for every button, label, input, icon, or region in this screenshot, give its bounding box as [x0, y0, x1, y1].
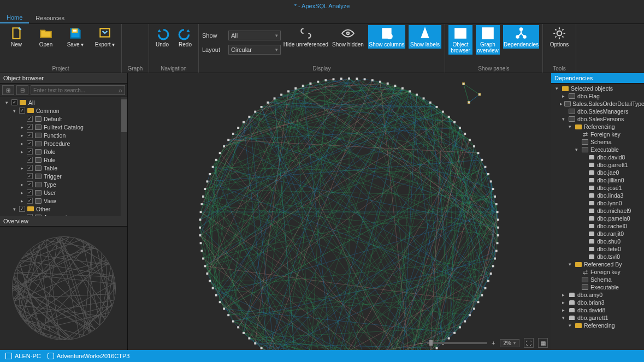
collapse-all-button[interactable]: ⊟ [16, 85, 28, 95]
tree-item[interactable]: ▾Executable [551, 146, 644, 153]
tree-twisty[interactable]: ▾ [3, 100, 10, 105]
tree-item[interactable]: ⇄Foreign key [551, 130, 644, 138]
tree-item[interactable]: ▸Function [0, 131, 127, 139]
tree-item[interactable]: dbo.ranjit0 [551, 230, 644, 238]
tree-twisty[interactable]: ▾ [11, 206, 17, 212]
tree-twisty[interactable]: ▾ [11, 108, 17, 114]
tree-twisty[interactable]: ▾ [553, 86, 560, 91]
tree-item[interactable]: ▸dbo.david8 [551, 306, 644, 314]
tree-twisty[interactable]: ▸ [560, 93, 566, 99]
tree-item[interactable]: Schema [551, 138, 644, 146]
tree-item[interactable]: dbo.SalesManagers [551, 108, 644, 115]
dependencies-button[interactable]: Dependencies [503, 25, 539, 49]
tree-item[interactable]: dbo.josé1 [551, 184, 644, 192]
tree-twisty[interactable]: ▸ [19, 149, 25, 155]
tree-item[interactable]: ▸Type [0, 180, 127, 188]
tree-item[interactable]: ▾Selected objects [551, 85, 644, 92]
tree-twisty[interactable]: ▸ [19, 141, 25, 146]
tree-item[interactable]: Default [0, 115, 127, 123]
export-button[interactable]: Export ▾ [92, 25, 118, 49]
scrollbar[interactable] [121, 97, 127, 216]
checkbox[interactable] [27, 157, 33, 163]
tree-twisty[interactable]: ▸ [19, 133, 25, 138]
tree-twisty[interactable]: ▾ [560, 116, 566, 122]
tree-twisty[interactable]: ▸ [560, 307, 566, 313]
show-hidden-button[interactable]: Show hidden [331, 25, 365, 49]
checkbox[interactable] [11, 99, 17, 105]
tree-item[interactable]: ▸Fulltext Catalog [0, 123, 127, 131]
tree-twisty[interactable]: ▸ [560, 101, 563, 106]
checkbox[interactable] [27, 189, 33, 195]
tree-twisty[interactable]: ▾ [560, 315, 566, 321]
tree-twisty[interactable]: ▸ [19, 165, 25, 171]
tree-item[interactable]: dbo.tsvi0 [551, 253, 644, 260]
graph-canvas[interactable]: − + 2% ⛶ ▦ [128, 73, 551, 350]
tree-item[interactable]: dbo.rachel0 [551, 222, 644, 230]
tree-item[interactable]: dbo.lynn0 [551, 199, 644, 207]
fit-screen-button[interactable]: ⛶ [524, 338, 534, 348]
overview-panel[interactable] [0, 227, 127, 350]
tree-item[interactable]: dbo.jae0 [551, 169, 644, 176]
search-box[interactable]: ⌕ [31, 85, 125, 95]
checkbox[interactable] [27, 149, 33, 155]
tree-item[interactable]: ▾Other [0, 205, 127, 213]
checkbox[interactable] [19, 108, 25, 114]
checkbox[interactable] [27, 173, 33, 179]
tree-item[interactable]: ▾Common [0, 106, 127, 115]
tree-item[interactable]: ▾Referencing [551, 123, 644, 130]
checkbox[interactable] [19, 206, 25, 212]
zoom-plus[interactable]: + [492, 340, 495, 346]
tree-twisty[interactable]: ▸ [560, 292, 566, 298]
tree-item[interactable]: dbo.tete0 [551, 245, 644, 253]
tree-item[interactable]: ▸dbo.Flag [551, 92, 644, 100]
tree-item[interactable]: ▸dbo.amy0 [551, 291, 644, 299]
open-button[interactable]: Open [33, 25, 59, 49]
tree-item[interactable]: dbo.garrett1 [551, 161, 644, 169]
tree-item[interactable]: Executable [551, 283, 644, 291]
tree-twisty[interactable]: ▸ [19, 182, 25, 187]
tree-twisty[interactable]: ▸ [19, 198, 25, 204]
actual-size-button[interactable]: ▦ [538, 338, 548, 348]
tree-item[interactable]: dbo.pamela0 [551, 215, 644, 222]
tab-resources[interactable]: Resources [29, 13, 71, 23]
dependencies-tree[interactable]: ▾Selected objects▸dbo.Flag▸Sales.SalesOr… [551, 84, 644, 350]
tree-item[interactable]: Rule [0, 156, 127, 164]
tree-item[interactable]: ⇄Foreign key [551, 268, 644, 276]
tree-item[interactable]: ▾dbo.garrett1 [551, 314, 644, 322]
tree-item[interactable]: ▸Sales.SalesOrderDetailType_ [551, 100, 644, 108]
expand-all-button[interactable]: ⊞ [2, 85, 14, 95]
checkbox[interactable] [27, 132, 33, 138]
tree-item[interactable]: Aggregate [0, 213, 127, 216]
checkbox[interactable] [27, 140, 33, 146]
tree-item[interactable]: Schema [551, 276, 644, 283]
tree-item[interactable]: ▸User [0, 188, 127, 197]
tree-item[interactable]: Trigger [0, 172, 127, 180]
tree-item[interactable]: ▸View [0, 197, 127, 205]
tree-twisty[interactable]: ▸ [560, 300, 566, 305]
tree-item[interactable]: dbo.jillian0 [551, 176, 644, 184]
checkbox[interactable] [27, 198, 33, 204]
tree-twisty[interactable]: ▾ [566, 323, 573, 328]
tree-item[interactable]: ▾Referenced By [551, 260, 644, 268]
checkbox[interactable] [27, 165, 33, 171]
tree-item[interactable]: ▾Referencing [551, 322, 644, 329]
tree-item[interactable]: ▾All [0, 98, 127, 106]
tree-item[interactable]: ▾dbo.SalesPersons [551, 115, 644, 123]
tree-item[interactable]: ▸Procedure [0, 139, 127, 147]
zoom-minus[interactable]: − [420, 340, 423, 346]
redo-button[interactable]: Redo [175, 25, 195, 49]
tree-item[interactable]: ▸Table [0, 164, 127, 172]
search-input[interactable] [33, 87, 119, 93]
hide-unreferenced-button[interactable]: Hide unreferenced [284, 25, 328, 49]
layout-dropdown[interactable]: Circular [228, 45, 281, 55]
tree-twisty[interactable]: ▾ [566, 262, 573, 267]
checkbox[interactable] [27, 124, 33, 130]
show-columns-button[interactable]: Show columns [368, 25, 405, 49]
tree-twisty[interactable]: ▾ [573, 147, 580, 152]
tree-item[interactable]: dbo.shu0 [551, 238, 644, 245]
tree-item[interactable]: dbo.michael9 [551, 207, 644, 215]
show-dropdown[interactable]: All [228, 31, 281, 40]
zoom-slider[interactable] [427, 342, 487, 344]
tree-item[interactable]: ▸dbo.brian3 [551, 299, 644, 306]
save-button[interactable]: Save ▾ [62, 25, 88, 49]
